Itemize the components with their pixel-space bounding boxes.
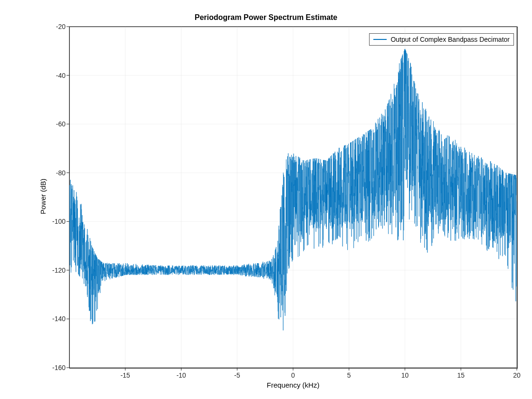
x-tick-label: 10 bbox=[401, 371, 409, 379]
plot-svg bbox=[0, 0, 532, 399]
x-tick-label: -15 bbox=[121, 371, 130, 379]
y-tick-label: -20 bbox=[46, 23, 66, 30]
x-tick-label: 5 bbox=[347, 371, 351, 379]
y-tick-label: -140 bbox=[46, 315, 66, 323]
y-tick-label: -40 bbox=[46, 72, 66, 79]
y-tick-label: -120 bbox=[46, 266, 66, 274]
x-tick-label: 15 bbox=[457, 371, 465, 379]
x-tick-label: 0 bbox=[291, 371, 295, 379]
x-tick-label: -10 bbox=[176, 371, 186, 379]
y-tick-label: -160 bbox=[46, 364, 66, 371]
y-tick-label: -80 bbox=[46, 169, 66, 177]
x-tick-label: 20 bbox=[513, 371, 521, 379]
x-tick-label: -5 bbox=[234, 371, 240, 379]
y-tick-label: -60 bbox=[46, 120, 66, 128]
y-tick-label: -100 bbox=[46, 218, 66, 225]
